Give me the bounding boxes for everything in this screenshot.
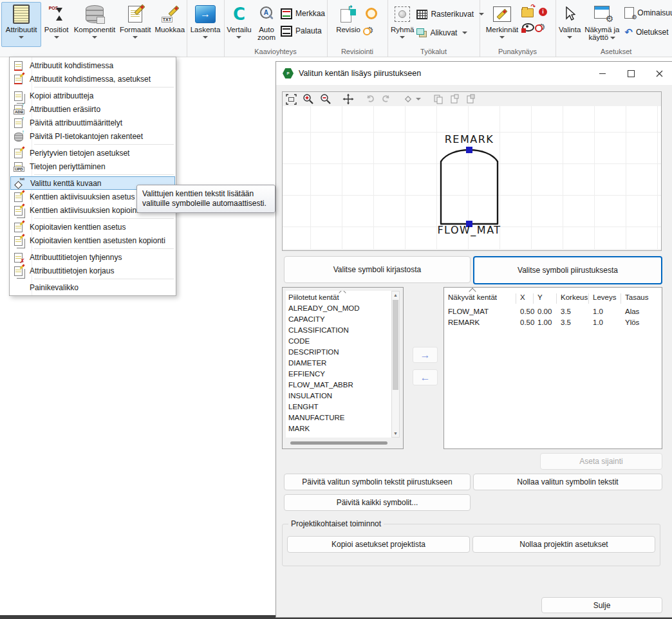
paste-special-icon[interactable] <box>465 94 476 104</box>
menu-item-paivita-pi-tietokannat[interactable]: Päivitä PI-tietokantojen rakenteet <box>10 129 176 143</box>
column-header[interactable]: X <box>516 293 534 304</box>
vertical-scrollbar[interactable]: ▲ ▼ <box>391 291 400 438</box>
ribbon-oletukset-button[interactable]: Oletukset <box>622 26 672 39</box>
ribbon-muokkaa-button[interactable]: Muokkaa <box>153 2 187 47</box>
menu-item-kopioitavien-kenttien-asetus[interactable]: Kopioitavien kenttien asetus <box>10 220 176 234</box>
redo-icon[interactable] <box>381 94 391 104</box>
chevron-down-icon[interactable] <box>416 98 421 100</box>
reset-project-settings-button[interactable]: Nollaa projektin asetukset <box>472 536 655 553</box>
table-row[interactable]: FLOW_MAT 0.50 0.00 3.5 1.0 Alas <box>444 306 662 317</box>
ribbon-revisio-button[interactable]: Revisio <box>331 2 366 47</box>
menu-item-kopioi-attribuutteja[interactable]: Kopioi attribuutteja <box>10 89 176 102</box>
markup-info-icon[interactable] <box>539 8 547 16</box>
ribbon-vertailu-button[interactable]: C Vertailu <box>224 2 254 47</box>
move-field-right-button[interactable] <box>413 347 438 363</box>
scroll-down-icon[interactable]: ▼ <box>392 430 399 437</box>
markup-settings-gear-icon[interactable]: ⚙ <box>537 23 546 32</box>
mark-icon <box>281 8 292 19</box>
select-symbol-from-library-button[interactable]: Valitse symboli kirjastosta <box>284 256 471 283</box>
scroll-up-icon[interactable]: ▲ <box>392 291 399 299</box>
close-dialog-button[interactable]: Sulje <box>541 597 662 613</box>
ribbon-positiot-button[interactable]: Positiot <box>41 2 71 47</box>
menu-item-attribuuttien-erasiirto[interactable]: Attribuuttien eräsiirto <box>10 102 176 116</box>
list-item[interactable]: DIAMETER <box>286 358 392 369</box>
scrollbar-thumb[interactable] <box>393 300 398 390</box>
menu-item-attribuuttitietojen-korjaus[interactable]: Attribuuttitietojen korjaus <box>10 264 176 277</box>
close-icon[interactable] <box>646 62 672 85</box>
ribbon-ryhma-button[interactable]: Ryhmä <box>390 2 415 47</box>
zoom-in-icon[interactable] <box>303 93 314 105</box>
list-item[interactable]: MANUFACTURE <box>286 412 392 423</box>
list-item[interactable]: EFFIENCY <box>286 369 392 380</box>
update-all-symbols-button[interactable]: Päivitä kaikki symbolit... <box>284 494 471 511</box>
move-field-left-button[interactable] <box>413 369 438 385</box>
ribbon-laskenta-button[interactable]: Laskenta <box>187 2 224 47</box>
ribbon-ominaisuudet-button[interactable]: Ominaisuudet <box>622 6 672 19</box>
list-item[interactable]: DESCRIPTION <box>286 347 392 358</box>
menu-item-kopioitavien-kenttien-asetusten-kopionti[interactable]: Kopioitavien kenttien asetusten kopionti <box>10 234 176 247</box>
menu-item-tietojen-periyttaminen[interactable]: Tietojen periyttäminen <box>10 160 176 173</box>
ribbon-formaatit-button[interactable]: Formaatit <box>118 2 153 47</box>
open-markups-folder-icon[interactable] <box>521 8 534 17</box>
ribbon-attribuutit-button[interactable]: Attribuutit <box>1 2 41 47</box>
markup-visibility-eye-icon[interactable] <box>521 23 533 32</box>
plant-app-icon: P <box>283 68 294 79</box>
list-item[interactable]: FLOW_MAT_ABBR <box>286 380 392 391</box>
menu-separator <box>34 248 174 249</box>
menu-item-periytyvien-tietojen-asetukset[interactable]: Periytyvien tietojen asetukset <box>10 146 176 160</box>
revision-settings-gear-icon[interactable]: ⚙ <box>366 26 377 35</box>
restore-icon <box>281 26 292 37</box>
list-item[interactable]: CAPACITY <box>286 314 392 325</box>
ribbon-komponentit-button[interactable]: Komponentit <box>71 2 118 47</box>
zoom-extents-icon[interactable] <box>286 94 297 105</box>
menu-item-paivita-attribuuttimaarittelyt[interactable]: Päivitä attribuuttimäärittelyt <box>10 116 176 129</box>
list-item[interactable]: CLASSIFICATION <box>286 325 392 336</box>
pan-icon[interactable] <box>342 93 354 105</box>
ribbon-palauta-button[interactable]: Palauta <box>279 24 327 37</box>
ribbon-merkkaa-button[interactable]: Merkkaa <box>279 7 327 20</box>
copy-fields-icon[interactable] <box>433 94 443 104</box>
list-item[interactable]: ALREADY_ON_MOD <box>286 303 392 314</box>
table-row[interactable]: REMARK 0.50 1.00 3.5 1.0 Ylös <box>444 317 662 328</box>
ribbon-valinta-button[interactable]: Valinta <box>558 2 581 47</box>
update-selected-symbol-button[interactable]: Päivitä valitun symbolin tekstit piirust… <box>284 474 471 490</box>
menu-item-attribuutit-kohdistimessa-asetukset[interactable]: Attribuutit kohdistimessa, asetukset <box>10 72 176 86</box>
menu-separator <box>34 174 174 175</box>
ribbon-nakyma-button[interactable]: Näkymä ja käyttö <box>581 2 622 47</box>
column-header[interactable]: Leveys <box>589 293 621 304</box>
ribbon-alikuvat-button[interactable]: Alikuvat <box>415 26 486 39</box>
column-header[interactable]: Korkeus <box>557 293 589 304</box>
ribbon-autozoom-button[interactable]: Auto zoom <box>254 2 279 47</box>
view-window-gear-icon <box>594 6 610 19</box>
menu-item-painikevalikko[interactable]: Painikevalikko <box>10 281 176 294</box>
ribbon-rasterikuvat-button[interactable]: Rasterikuvat <box>415 8 486 21</box>
visible-fields-table[interactable]: Näkyvät kentät X Y Korkeus Leveys Tasaus… <box>443 287 662 449</box>
maximize-button[interactable] <box>617 62 644 85</box>
list-item[interactable]: MARK <box>286 423 392 434</box>
hidden-fields-list[interactable]: Piilotetut kentät ALREADY_ON_MOD CAPACIT… <box>286 291 392 438</box>
horizontal-scrollbar[interactable] <box>290 441 387 445</box>
hidden-fields-header[interactable]: Piilotetut kentät <box>286 292 392 303</box>
zoom-out-icon[interactable] <box>320 93 331 105</box>
column-header[interactable]: Tasaus <box>621 293 662 304</box>
list-item[interactable]: LENGHT <box>286 402 392 412</box>
menu-item-attribuutit-kohdistimessa[interactable]: Attribuutit kohdistimessa <box>10 59 176 72</box>
set-position-button[interactable]: Aseta sijainti <box>540 453 662 470</box>
list-item[interactable]: CODE <box>286 336 392 347</box>
list-item[interactable]: INSULATION <box>286 391 392 402</box>
revision-info-icon[interactable] <box>366 8 377 19</box>
ribbon-merkinnat-button[interactable]: Merkinnät <box>483 2 521 47</box>
selection-cursor-icon <box>564 6 575 22</box>
minimize-button[interactable] <box>589 62 616 85</box>
paste-fields-icon[interactable] <box>449 94 460 104</box>
copy-project-settings-button[interactable]: Kopioi asetukset projektista <box>287 536 470 553</box>
reset-selected-symbol-button[interactable]: Nollaa valitun symbolin tekstit <box>473 474 662 490</box>
center-marker-icon[interactable] <box>404 95 413 104</box>
symbol-preview-canvas[interactable]: REMARK FLOW_MAT <box>283 106 661 249</box>
menu-item-attribuuttitietojen-tyhjennys[interactable]: Attribuuttitietojen tyhjennys <box>10 250 176 264</box>
undo-icon[interactable] <box>365 94 375 104</box>
select-symbol-from-drawing-button[interactable]: Valitse symboli piirustuksesta <box>473 256 662 284</box>
symbol-shape <box>439 142 499 227</box>
column-header[interactable]: Y <box>534 293 557 304</box>
column-header[interactable]: Näkyvät kentät <box>444 293 516 304</box>
